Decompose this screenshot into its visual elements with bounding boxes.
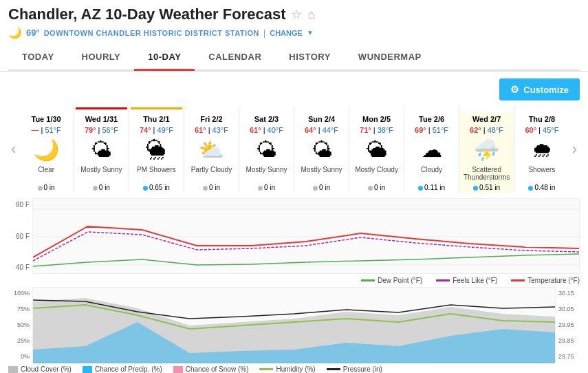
forecast-precip: 0 in: [349, 182, 404, 193]
change-link[interactable]: CHANGE: [270, 29, 303, 37]
forecast-date[interactable]: Thu 2/8: [514, 112, 569, 125]
forecast-condition: Mostly Sunny: [74, 164, 129, 182]
weather-icon: ⛈️: [461, 137, 512, 163]
forecast-icon: 🌥: [349, 136, 404, 164]
forecast-condition: PM Showers: [129, 164, 184, 182]
forecast-date[interactable]: Wed 1/31: [74, 112, 129, 125]
forecast-icon: ☁: [404, 136, 459, 164]
forecast-condition: Mostly Sunny: [239, 164, 294, 182]
next-arrow[interactable]: ›: [569, 106, 580, 193]
moon-icon: 🌙: [8, 26, 22, 39]
customize-button[interactable]: ⚙ Customize: [499, 78, 580, 100]
weather-icon: 🌤: [76, 137, 127, 163]
forecast-table: Tue 1/30Wed 1/31Thu 2/1Fri 2/2Sat 2/3Sun…: [19, 106, 569, 193]
forecast-date[interactable]: Thu 2/1: [129, 112, 184, 125]
prev-arrow[interactable]: ‹: [8, 106, 19, 193]
forecast-date[interactable]: Mon 2/5: [349, 112, 404, 125]
pressure-label-2: 30.05: [558, 306, 580, 312]
temp-label-80: 80 F: [8, 201, 30, 209]
bottom-chart-svg: [33, 288, 555, 363]
forecast-precip: 0.48 in: [514, 182, 569, 193]
precip-legend-color: [83, 366, 92, 373]
forecast-top-border: [239, 106, 294, 112]
chevron-down-icon: ▼: [307, 29, 314, 36]
forecast-temp: — | 51°F: [19, 125, 74, 136]
forecast-condition: Showers: [514, 164, 569, 182]
forecast-precip: 0 in: [74, 182, 129, 193]
pressure-legend-label: Pressure (in): [343, 365, 382, 373]
weather-icon: 🌥: [351, 137, 402, 163]
forecast-temp: 64° | 44°F: [294, 125, 349, 136]
precip-legend-label: Chance of Precip. (%): [95, 365, 162, 373]
forecast-date[interactable]: Wed 2/7: [459, 112, 514, 125]
forecast-top-border: [459, 106, 514, 112]
cloud-cover-legend-color: [8, 366, 18, 373]
tab-today[interactable]: TODAY: [8, 45, 68, 71]
pressure-label-bottom: 29.75: [558, 353, 580, 360]
forecast-date[interactable]: Sat 2/3: [239, 112, 294, 125]
temp-label-40: 40 F: [8, 264, 30, 271]
feels-like-legend-color: [436, 279, 450, 281]
weather-icon: 🌤: [241, 137, 292, 163]
pct-label-50: 50%: [8, 321, 30, 328]
temperature-legend-label: Temperature (°F): [527, 277, 580, 284]
weather-icon: ⛅: [186, 137, 237, 163]
forecast-top-border: [404, 106, 459, 112]
tab-history[interactable]: HISTORY: [275, 45, 345, 71]
forecast-temp: 62° | 48°F: [459, 125, 514, 136]
forecast-precip: 0 in: [239, 182, 294, 193]
forecast-top-border: [129, 106, 184, 112]
forecast-temp: 61° | 43°F: [184, 125, 239, 136]
forecast-precip: 0 in: [294, 182, 349, 193]
weather-icon: 🌧: [516, 137, 568, 163]
humidity-legend-color: [259, 368, 273, 370]
forecast-top-border: [294, 106, 349, 112]
forecast-date[interactable]: Fri 2/2: [184, 112, 239, 125]
temperature-legend-color: [511, 279, 525, 281]
forecast-condition: Cloudy: [404, 164, 459, 182]
dew-point-legend-label: Dew Point (°F): [378, 277, 422, 284]
tab-10day[interactable]: 10-DAY: [134, 45, 195, 71]
star-icon[interactable]: ☆: [291, 7, 302, 22]
forecast-date[interactable]: Tue 2/6: [404, 112, 459, 125]
forecast-temp: 74° | 49°F: [129, 125, 184, 136]
home-icon[interactable]: ⌂: [307, 8, 315, 22]
tab-calendar[interactable]: CALENDAR: [195, 45, 275, 71]
nav-tabs: TODAY HOURLY 10-DAY CALENDAR HISTORY WUN…: [8, 45, 580, 71]
forecast-icon: 🌤: [239, 136, 294, 164]
page-title: Chandler, AZ 10-Day Weather Forecast: [8, 6, 285, 23]
temp-chart-svg: [33, 199, 579, 275]
forecast-temp: 60° | 45°F: [514, 125, 569, 136]
forecast-top-border: [19, 106, 74, 112]
forecast-temp: 79° | 56°F: [74, 125, 129, 136]
forecast-icon: 🌤: [74, 136, 129, 164]
forecast-top-border: [514, 106, 569, 112]
forecast-icon: 🌤: [294, 136, 349, 164]
humidity-legend-label: Humidity (%): [276, 365, 315, 373]
weather-icon: 🌙: [20, 137, 72, 163]
forecast-temp: 71° | 38°F: [349, 125, 404, 136]
forecast-icon: 🌦: [129, 136, 184, 164]
pressure-label-top: 30.15: [558, 290, 580, 297]
cloud-cover-legend-label: Cloud Cover (%): [21, 365, 72, 373]
weather-icon: ☁: [406, 137, 457, 163]
forecast-date[interactable]: Sun 2/4: [294, 112, 349, 125]
forecast-condition: Scattered Thunderstorms: [459, 164, 514, 182]
weather-icon: 🌤: [296, 137, 347, 163]
pct-label-0: 0%: [8, 353, 30, 360]
forecast-icon: 🌧: [514, 136, 569, 164]
forecast-date[interactable]: Tue 1/30: [19, 112, 74, 125]
forecast-icon: ⛈️: [459, 136, 514, 164]
forecast-condition: Clear: [19, 164, 74, 182]
tab-hourly[interactable]: HOURLY: [68, 45, 135, 71]
forecast-condition: Mostly Sunny: [294, 164, 349, 182]
pct-label-25: 25%: [8, 337, 30, 344]
forecast-icon: 🌙: [19, 136, 74, 164]
forecast-precip: 0.51 in: [459, 182, 514, 193]
temp-chart-legend: Dew Point (°F) Feels Like (°F) Temperatu…: [8, 277, 580, 284]
pct-label-75: 75%: [8, 306, 30, 312]
tab-wundermap[interactable]: WUNDERMAP: [345, 45, 435, 71]
forecast-precip: 0 in: [19, 182, 74, 193]
forecast-condition: Partly Cloudy: [184, 164, 239, 182]
bottom-chart-legend: Cloud Cover (%) Chance of Precip. (%) Ch…: [8, 365, 580, 373]
